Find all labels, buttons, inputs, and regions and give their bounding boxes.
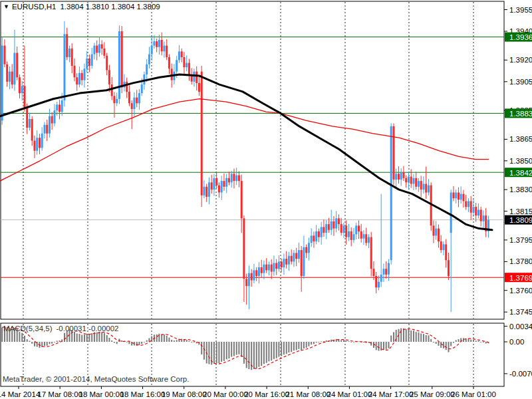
price-badge-label: 1.3769 (509, 274, 532, 282)
macd-bar (340, 340, 342, 342)
candle-body (375, 276, 377, 287)
macd-bar (161, 334, 162, 342)
candle-body (76, 77, 78, 84)
candle-body (473, 207, 475, 213)
chart-canvas[interactable]: 1.39551.39401.39201.39051.38851.38651.38… (0, 0, 532, 399)
candle-body (340, 224, 342, 233)
macd-bar (480, 342, 481, 342)
candle-body (64, 34, 66, 100)
macd-bar (126, 342, 128, 342)
macd-bar (266, 342, 267, 363)
macd-bar (19, 332, 20, 342)
candle-body (66, 34, 68, 57)
candle-body (321, 227, 323, 237)
candle-body (106, 56, 108, 70)
candle-body (153, 41, 155, 46)
price-tick-label: 1.3830 (509, 186, 532, 194)
macd-bar (426, 335, 427, 342)
time-tick-label: 21 Mar 08:00 (285, 390, 331, 398)
candle-body (410, 177, 412, 184)
candle-body (413, 178, 415, 184)
candle-body (323, 227, 325, 233)
macd-bar (253, 342, 255, 369)
candle-body (325, 224, 327, 233)
candle-body (136, 98, 138, 104)
candle-body (388, 263, 390, 275)
macd-bar (318, 342, 319, 342)
candle-body (403, 172, 405, 178)
macd-bar (313, 342, 315, 344)
candle-body (460, 194, 462, 200)
candle-body (93, 46, 95, 55)
candle-body (181, 51, 183, 57)
price-tick-label: 1.3745 (509, 308, 532, 316)
macd-bar (86, 334, 88, 342)
macd-bar (316, 342, 317, 342)
macd-bar (31, 342, 33, 344)
macd-bar (390, 336, 392, 342)
candle-body (423, 184, 425, 190)
macd-bar (116, 342, 118, 344)
candle-body (338, 218, 340, 224)
candle-body (81, 73, 83, 80)
candle-body (218, 186, 220, 193)
candle-body (428, 186, 430, 193)
candle-body (34, 141, 36, 151)
candle-body (128, 92, 130, 103)
candle-body (313, 235, 315, 241)
candle-body (265, 265, 267, 271)
candle-body (420, 181, 422, 190)
candle-body (405, 178, 407, 183)
candle-body (418, 181, 420, 187)
candle-body (348, 231, 350, 237)
candle-body (146, 65, 148, 74)
candle-body (390, 126, 392, 260)
macd-bar (311, 342, 312, 344)
macd-bar (57, 340, 58, 342)
candle-body (166, 46, 168, 57)
macd-bar (353, 342, 354, 342)
candle-body (59, 104, 61, 112)
macd-bar (423, 334, 424, 342)
macd-bar (1, 327, 3, 342)
candle-body (98, 45, 100, 53)
candle-body (463, 194, 465, 201)
candle-body (328, 224, 330, 230)
price-tick-label: 1.3815 (509, 207, 532, 215)
candle-body (61, 100, 63, 112)
symbol-timeframe-label: EURUSD,H1 (12, 3, 56, 11)
macd-values-label: -0.00031 -0.00002 (57, 325, 119, 332)
candle-body (251, 273, 253, 281)
candle-body (295, 253, 297, 259)
candle-body (278, 261, 280, 269)
macd-bar (483, 342, 484, 342)
candle-body (248, 273, 250, 287)
macd-bar (301, 342, 302, 350)
candle-body (448, 260, 450, 276)
macd-bar (258, 342, 259, 367)
macd-bar (348, 341, 350, 342)
candle-body (238, 176, 240, 182)
symbol-dropdown-icon[interactable]: ▼ (3, 3, 9, 10)
macd-bar (408, 329, 410, 342)
macd-bar (34, 342, 35, 346)
candle-body (176, 60, 178, 71)
candle-body (54, 110, 56, 124)
candle-body (343, 225, 345, 233)
macd-bar (293, 342, 295, 350)
metatrader-chart-window: 1.39551.39401.39201.39051.38851.38651.38… (0, 0, 532, 399)
macd-bar (79, 334, 80, 342)
macd-bar (256, 342, 257, 368)
main-chart-panel[interactable] (1, 1, 504, 319)
macd-bar (420, 334, 422, 342)
macd-bar (248, 342, 249, 369)
candle-body (467, 201, 469, 207)
candle-body (88, 59, 90, 66)
candle-body (385, 269, 387, 275)
macd-bar (47, 342, 48, 346)
candle-body (360, 231, 362, 239)
price-tick-label: 1.3955 (509, 6, 532, 14)
candle-body (293, 253, 295, 261)
copyright-text: MetaTrader, © 2001-2014, MetaQuotes Soft… (3, 375, 189, 383)
candle-body (223, 181, 225, 187)
